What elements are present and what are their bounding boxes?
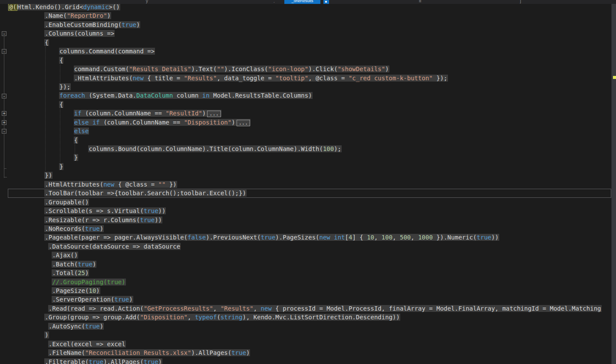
code-line[interactable]: .Batch(true) [8, 260, 611, 269]
code-line[interactable]: .AutoSync(true) [8, 322, 611, 331]
code-line[interactable]: .DataSource(dataSource => dataSource [8, 242, 611, 251]
code-line[interactable]: .EnableCustomBinding(true) [8, 20, 611, 29]
code-token-s: "Disposition" [140, 314, 188, 321]
code-line[interactable]: .HtmlAttributes(new { title = "Results",… [8, 74, 611, 82]
code-line[interactable]: }) [8, 171, 611, 180]
collapsed-region-box[interactable]: ... [237, 120, 250, 126]
code-token-p: { [74, 137, 78, 144]
code-line[interactable]: .Groupable() [8, 198, 611, 207]
code-line[interactable]: .Filterable(true).AllPages(true) [8, 357, 611, 364]
tab-text-fragment: j [520, 0, 521, 3]
outlining-gutter: ---++- [0, 0, 8, 364]
code-token-p: , [188, 314, 195, 321]
code-token-p: .Groupable() [45, 199, 89, 206]
code-token-p: .Read(read => read.Action( [49, 305, 144, 312]
code-line[interactable]: .HtmlAttributes(new { @class = "" }) [8, 180, 611, 189]
code-token-p: { processId = Model.ProcessId, finalArra… [272, 305, 601, 312]
code-token-k: new [103, 181, 114, 188]
code-token-p: (column.ColumnName == [82, 110, 166, 117]
code-line[interactable]: { [8, 56, 611, 65]
code-line[interactable]: .PageSize(10) [8, 286, 611, 295]
code-token-p: ) [385, 66, 389, 72]
code-line[interactable]: .Read(read => read.Action("GetProcessRes… [8, 304, 611, 313]
code-token-k: true [477, 234, 491, 241]
code-token-p: { title = [144, 75, 184, 82]
fold-structure-elbow [4, 168, 7, 169]
fold-expand-icon[interactable]: + [2, 111, 7, 116]
code-token-k: if [74, 110, 82, 117]
vertical-scrollbar[interactable] [611, 0, 616, 364]
code-text: .Read(read => read.Action("GetProcessRes… [48, 305, 602, 312]
code-token-p: ).AllPages( [103, 358, 144, 364]
code-line[interactable]: { [8, 136, 611, 144]
code-line[interactable]: foreach (System.Data.DataColumn column i… [8, 91, 611, 100]
code-line[interactable]: //.GroupPaging(true) [8, 278, 611, 286]
code-token-k: true [140, 216, 155, 223]
code-token-p: .Scrollable(s => s.Virtual( [45, 207, 144, 214]
code-line[interactable]: .Excel(excel => excel [8, 340, 611, 348]
code-line[interactable]: }); [8, 82, 611, 91]
code-token-n: 1000 [418, 234, 433, 241]
code-token-s: "Disposition" [184, 119, 232, 126]
code-token-p: } [74, 154, 78, 161]
code-line[interactable]: .Name("ReportDro") [8, 11, 611, 20]
code-token-k: true [261, 234, 276, 241]
code-token-p: ) [246, 349, 250, 356]
code-line[interactable]: .Columns(columns => [8, 29, 611, 38]
code-line[interactable]: .FileName("Reconciliation Results.xlsx")… [8, 348, 611, 357]
code-line[interactable]: .ServerOperation(true) [8, 295, 611, 304]
code-line[interactable]: .Resizable(r => r.Columns(true)) [8, 216, 611, 224]
code-line[interactable]: .Pageable(pager => pager.AlwaysVisible(f… [8, 233, 611, 242]
code-line[interactable]: .Group(group => group.Add("Disposition",… [8, 313, 611, 321]
code-line[interactable]: else if (column.ColumnName == "Dispositi… [8, 118, 611, 127]
code-token-p: { [45, 39, 48, 46]
code-token-p: .Columns(columns => [45, 30, 114, 37]
code-line-current[interactable]: .ToolBar(toolbar =>{toolbar.Search();too… [8, 189, 611, 197]
code-area[interactable]: @(Html.Kendo().Grid<dynamic>().Name("Rep… [8, 0, 611, 364]
code-text: .ToolBar(toolbar =>{toolbar.Search();too… [44, 190, 247, 197]
code-line[interactable]: } [8, 153, 611, 162]
collapsed-region-box[interactable]: ... [207, 111, 221, 117]
code-line[interactable]: else [8, 127, 611, 135]
code-line[interactable]: columns.Command(command => [8, 47, 611, 56]
code-token-p: { [59, 57, 63, 64]
code-text: .Scrollable(s => s.Virtual(true)) [44, 207, 166, 214]
code-line[interactable]: { [8, 100, 611, 109]
code-token-p: .DataSource(dataSource => dataSource [49, 243, 180, 250]
fold-collapse-icon[interactable]: - [2, 94, 7, 98]
code-text: { [44, 39, 49, 46]
code-token-k: true [85, 225, 100, 232]
code-line[interactable]: @(Html.Kendo().Grid<dynamic>() [8, 3, 611, 11]
tab-text-fragment: . [273, 0, 275, 3]
code-token-k: true [85, 323, 100, 330]
fold-collapse-icon[interactable]: - [2, 49, 7, 54]
fold-expand-icon[interactable]: + [2, 120, 7, 125]
code-line[interactable]: .NoRecords(true) [8, 224, 611, 233]
code-text: else [74, 128, 89, 134]
code-token-p: ) [100, 323, 103, 330]
code-token-p: ) [96, 287, 99, 294]
code-editor: ---++- @(Html.Kendo().Grid<dynamic>().Na… [0, 0, 611, 364]
fold-collapse-icon[interactable]: - [2, 31, 7, 36]
code-line[interactable]: .Ajax() [8, 251, 611, 259]
code-line[interactable]: } [8, 162, 611, 171]
code-token-k: new [320, 234, 330, 241]
code-line[interactable]: command.Custom("Results Details").Text("… [8, 65, 611, 73]
code-token-n: 10 [367, 234, 374, 241]
code-token-n: 500 [400, 234, 411, 241]
code-token-p: }) [165, 181, 176, 188]
pinned-tab-indicator[interactable] [323, 0, 329, 4]
code-token-k: new [261, 305, 272, 312]
code-token-s: "Results" [221, 305, 254, 312]
code-line[interactable]: if (column.ColumnName == "ResultId")... [8, 109, 611, 118]
fold-collapse-icon[interactable]: - [2, 129, 7, 134]
code-line[interactable]: { [8, 38, 611, 47]
code-line[interactable]: .Scrollable(s => s.Virtual(true)) [8, 207, 611, 215]
code-line[interactable]: columns.Bound(column.ColumnName).Title(c… [8, 144, 611, 153]
active-tab[interactable]: _oneResults [284, 0, 320, 4]
code-line[interactable]: .Total(25) [8, 269, 611, 277]
code-token-p: )) [491, 234, 499, 241]
code-token-p: }); [433, 75, 448, 82]
code-token-p: ( [217, 314, 220, 321]
code-line[interactable]: ) [8, 331, 611, 339]
